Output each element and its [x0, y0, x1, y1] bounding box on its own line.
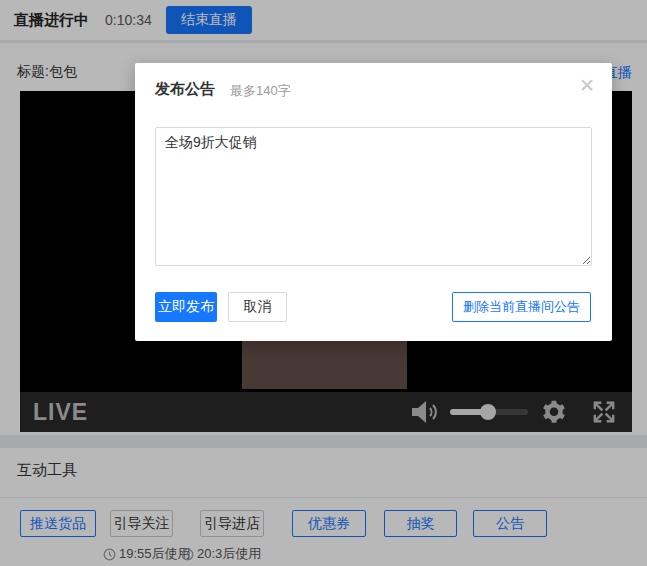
delete-announcement-button[interactable]: 删除当前直播间公告	[452, 292, 591, 322]
cancel-button[interactable]: 取消	[228, 292, 287, 322]
publish-announcement-modal: 发布公告 最多140字 ✕ 全场9折大促销 立即发布 取消 删除当前直播间公告	[135, 63, 612, 341]
modal-title: 发布公告	[155, 80, 215, 99]
announcement-textarea[interactable]: 全场9折大促销	[155, 127, 592, 266]
publish-now-button[interactable]: 立即发布	[155, 292, 217, 322]
max-length-hint: 最多140字	[230, 82, 291, 100]
live-console-page: 直播进行中 0:10:34 结束直播 标题:包包 编辑直播 LIVE	[0, 0, 647, 566]
close-icon[interactable]: ✕	[575, 74, 599, 98]
